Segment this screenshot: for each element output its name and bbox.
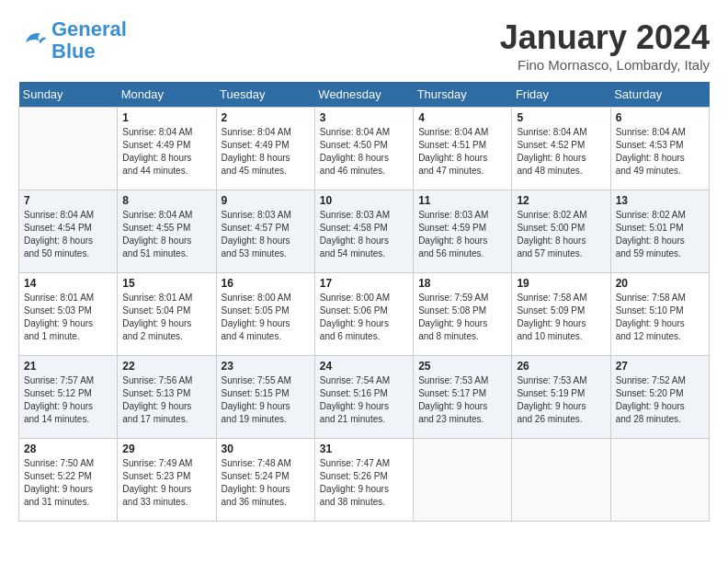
- calendar-cell: 22Sunrise: 7:56 AMSunset: 5:13 PMDayligh…: [118, 356, 216, 439]
- day-number: 5: [517, 111, 605, 124]
- calendar-table: SundayMondayTuesdayWednesdayThursdayFrid…: [18, 82, 710, 522]
- calendar-cell: [19, 108, 118, 190]
- day-info: Sunrise: 8:04 AMSunset: 4:53 PMDaylight:…: [616, 126, 704, 178]
- week-row-3: 14Sunrise: 8:01 AMSunset: 5:03 PMDayligh…: [19, 273, 710, 356]
- day-info: Sunrise: 7:58 AMSunset: 5:10 PMDaylight:…: [616, 292, 704, 343]
- calendar-cell: 10Sunrise: 8:03 AMSunset: 4:58 PMDayligh…: [314, 190, 413, 273]
- page-header: General Blue January 2024 Fino Mornasco,…: [18, 18, 710, 73]
- header-saturday: Saturday: [610, 82, 709, 108]
- day-number: 30: [222, 442, 310, 455]
- logo-text: General Blue: [51, 18, 127, 63]
- day-number: 18: [418, 277, 506, 290]
- calendar-cell: 13Sunrise: 8:02 AMSunset: 5:01 PMDayligh…: [610, 190, 709, 273]
- day-number: 2: [222, 111, 310, 124]
- calendar-cell: 12Sunrise: 8:02 AMSunset: 5:00 PMDayligh…: [512, 190, 610, 273]
- calendar-cell: 6Sunrise: 8:04 AMSunset: 4:53 PMDaylight…: [610, 108, 709, 190]
- week-row-4: 21Sunrise: 7:57 AMSunset: 5:12 PMDayligh…: [19, 356, 710, 439]
- calendar-cell: 25Sunrise: 7:53 AMSunset: 5:17 PMDayligh…: [414, 356, 512, 439]
- day-number: 23: [222, 360, 310, 373]
- day-info: Sunrise: 8:04 AMSunset: 4:54 PMDaylight:…: [24, 209, 112, 260]
- calendar-cell: 28Sunrise: 7:50 AMSunset: 5:22 PMDayligh…: [19, 439, 118, 522]
- location: Fino Mornasco, Lombardy, Italy: [500, 57, 710, 73]
- day-number: 3: [320, 111, 408, 124]
- day-number: 26: [517, 360, 605, 373]
- calendar-cell: 14Sunrise: 8:01 AMSunset: 5:03 PMDayligh…: [19, 273, 118, 356]
- day-info: Sunrise: 7:53 AMSunset: 5:17 PMDaylight:…: [418, 374, 506, 426]
- day-number: 13: [616, 194, 704, 207]
- day-number: 9: [222, 194, 310, 207]
- day-number: 21: [24, 360, 112, 373]
- day-info: Sunrise: 8:04 AMSunset: 4:49 PMDaylight:…: [222, 126, 310, 178]
- logo-icon: [18, 28, 48, 53]
- calendar-cell: 30Sunrise: 7:48 AMSunset: 5:24 PMDayligh…: [216, 439, 314, 522]
- calendar-cell: 19Sunrise: 7:58 AMSunset: 5:09 PMDayligh…: [512, 273, 610, 356]
- day-info: Sunrise: 8:00 AMSunset: 5:06 PMDaylight:…: [320, 292, 408, 343]
- calendar-cell: 27Sunrise: 7:52 AMSunset: 5:20 PMDayligh…: [610, 356, 709, 439]
- day-number: 22: [122, 360, 210, 373]
- day-info: Sunrise: 8:03 AMSunset: 4:58 PMDaylight:…: [320, 209, 408, 260]
- calendar-header-row: SundayMondayTuesdayWednesdayThursdayFrid…: [19, 82, 710, 108]
- calendar-cell: 2Sunrise: 8:04 AMSunset: 4:49 PMDaylight…: [216, 108, 314, 190]
- day-number: 17: [320, 277, 408, 290]
- calendar-cell: 17Sunrise: 8:00 AMSunset: 5:06 PMDayligh…: [314, 273, 413, 356]
- day-info: Sunrise: 7:53 AMSunset: 5:19 PMDaylight:…: [517, 374, 605, 426]
- day-number: 16: [222, 277, 310, 290]
- header-thursday: Thursday: [414, 82, 512, 108]
- day-number: 28: [24, 442, 112, 455]
- day-info: Sunrise: 7:58 AMSunset: 5:09 PMDaylight:…: [517, 292, 605, 343]
- calendar-cell: 3Sunrise: 8:04 AMSunset: 4:50 PMDaylight…: [314, 108, 413, 190]
- day-info: Sunrise: 8:04 AMSunset: 4:55 PMDaylight:…: [122, 209, 210, 260]
- calendar-cell: 15Sunrise: 8:01 AMSunset: 5:04 PMDayligh…: [118, 273, 216, 356]
- day-number: 29: [122, 442, 210, 455]
- day-info: Sunrise: 7:50 AMSunset: 5:22 PMDaylight:…: [24, 457, 112, 509]
- day-info: Sunrise: 8:04 AMSunset: 4:49 PMDaylight:…: [122, 126, 210, 178]
- week-row-1: 1Sunrise: 8:04 AMSunset: 4:49 PMDaylight…: [19, 108, 710, 190]
- calendar-cell: 21Sunrise: 7:57 AMSunset: 5:12 PMDayligh…: [19, 356, 118, 439]
- calendar-cell: 4Sunrise: 8:04 AMSunset: 4:51 PMDaylight…: [414, 108, 512, 190]
- calendar-cell: 26Sunrise: 7:53 AMSunset: 5:19 PMDayligh…: [512, 356, 610, 439]
- day-info: Sunrise: 7:57 AMSunset: 5:12 PMDaylight:…: [24, 374, 112, 426]
- day-info: Sunrise: 7:52 AMSunset: 5:20 PMDaylight:…: [616, 374, 704, 426]
- day-info: Sunrise: 7:54 AMSunset: 5:16 PMDaylight:…: [320, 374, 408, 426]
- day-number: 11: [418, 194, 506, 207]
- week-row-2: 7Sunrise: 8:04 AMSunset: 4:54 PMDaylight…: [19, 190, 710, 273]
- calendar-cell: 9Sunrise: 8:03 AMSunset: 4:57 PMDaylight…: [216, 190, 314, 273]
- calendar-cell: 1Sunrise: 8:04 AMSunset: 4:49 PMDaylight…: [118, 108, 216, 190]
- day-number: 12: [517, 194, 605, 207]
- calendar-cell: 11Sunrise: 8:03 AMSunset: 4:59 PMDayligh…: [414, 190, 512, 273]
- calendar-cell: 23Sunrise: 7:55 AMSunset: 5:15 PMDayligh…: [216, 356, 314, 439]
- day-info: Sunrise: 8:03 AMSunset: 4:57 PMDaylight:…: [222, 209, 310, 260]
- day-number: 6: [616, 111, 704, 124]
- day-number: 14: [24, 277, 112, 290]
- day-info: Sunrise: 8:02 AMSunset: 5:01 PMDaylight:…: [616, 209, 704, 260]
- calendar-cell: 31Sunrise: 7:47 AMSunset: 5:26 PMDayligh…: [314, 439, 413, 522]
- day-number: 15: [122, 277, 210, 290]
- day-info: Sunrise: 8:02 AMSunset: 5:00 PMDaylight:…: [517, 209, 605, 260]
- header-sunday: Sunday: [19, 82, 118, 108]
- header-friday: Friday: [512, 82, 610, 108]
- month-title: January 2024: [500, 18, 710, 57]
- calendar-cell: [512, 439, 610, 522]
- day-number: 8: [122, 194, 210, 207]
- header-wednesday: Wednesday: [314, 82, 413, 108]
- day-info: Sunrise: 7:56 AMSunset: 5:13 PMDaylight:…: [122, 374, 210, 426]
- day-info: Sunrise: 8:01 AMSunset: 5:04 PMDaylight:…: [122, 292, 210, 343]
- day-number: 10: [320, 194, 408, 207]
- day-info: Sunrise: 8:00 AMSunset: 5:05 PMDaylight:…: [222, 292, 310, 343]
- calendar-cell: 8Sunrise: 8:04 AMSunset: 4:55 PMDaylight…: [118, 190, 216, 273]
- calendar-cell: 7Sunrise: 8:04 AMSunset: 4:54 PMDaylight…: [19, 190, 118, 273]
- day-number: 27: [616, 360, 704, 373]
- day-number: 4: [418, 111, 506, 124]
- calendar-cell: 18Sunrise: 7:59 AMSunset: 5:08 PMDayligh…: [414, 273, 512, 356]
- header-monday: Monday: [118, 82, 216, 108]
- calendar-cell: 5Sunrise: 8:04 AMSunset: 4:52 PMDaylight…: [512, 108, 610, 190]
- calendar-cell: 16Sunrise: 8:00 AMSunset: 5:05 PMDayligh…: [216, 273, 314, 356]
- title-block: January 2024 Fino Mornasco, Lombardy, It…: [500, 18, 710, 73]
- day-info: Sunrise: 8:03 AMSunset: 4:59 PMDaylight:…: [418, 209, 506, 260]
- day-info: Sunrise: 7:59 AMSunset: 5:08 PMDaylight:…: [418, 292, 506, 343]
- day-info: Sunrise: 7:48 AMSunset: 5:24 PMDaylight:…: [222, 457, 310, 509]
- day-number: 20: [616, 277, 704, 290]
- week-row-5: 28Sunrise: 7:50 AMSunset: 5:22 PMDayligh…: [19, 439, 710, 522]
- calendar-cell: 24Sunrise: 7:54 AMSunset: 5:16 PMDayligh…: [314, 356, 413, 439]
- day-info: Sunrise: 7:55 AMSunset: 5:15 PMDaylight:…: [222, 374, 310, 426]
